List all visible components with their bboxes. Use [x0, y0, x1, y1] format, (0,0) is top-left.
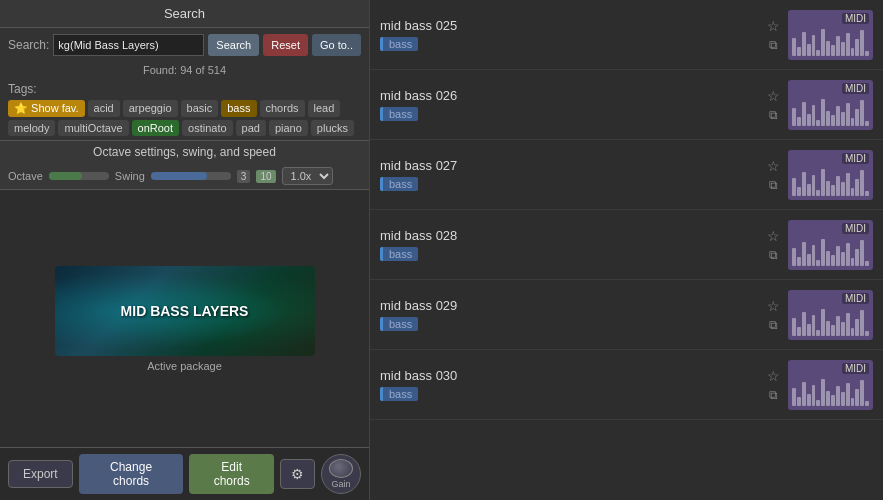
midi-bar [816, 330, 820, 336]
tag-lead[interactable]: lead [308, 100, 341, 117]
midi-bar [841, 112, 845, 126]
midi-bar [797, 117, 801, 126]
track-info: mid bass 026bass [380, 88, 759, 121]
copy-button[interactable]: ⧉ [769, 318, 778, 332]
track-name: mid bass 025 [380, 18, 759, 33]
octave-title: Octave settings, swing, and speed [0, 141, 369, 163]
favorite-button[interactable]: ☆ [767, 298, 780, 314]
track-item: mid bass 030bass☆⧉MIDI [370, 350, 883, 420]
midi-bar [865, 331, 869, 336]
tag-basic[interactable]: basic [181, 100, 219, 117]
tag-multioctave[interactable]: multiOctave [58, 120, 128, 136]
track-actions: ☆⧉ [767, 298, 780, 332]
track-tag: bass [380, 177, 418, 191]
tag-pad[interactable]: pad [236, 120, 266, 136]
midi-bar [846, 243, 850, 266]
copy-button[interactable]: ⧉ [769, 108, 778, 122]
midi-bar [865, 121, 869, 126]
track-item: mid bass 026bass☆⧉MIDI [370, 70, 883, 140]
midi-bar [851, 398, 855, 406]
midi-bar [826, 251, 830, 266]
tag-ostinato[interactable]: ostinato [182, 120, 233, 136]
midi-preview[interactable]: MIDI [788, 290, 873, 340]
speed-select[interactable]: 1.0x 0.5x 2.0x [282, 167, 333, 185]
track-info: mid bass 027bass [380, 158, 759, 191]
midi-bar [802, 312, 806, 336]
midi-preview[interactable]: MIDI [788, 150, 873, 200]
midi-bar [821, 29, 825, 56]
favorite-button[interactable]: ☆ [767, 368, 780, 384]
track-actions: ☆⧉ [767, 158, 780, 192]
edit-chords-button[interactable]: Edit chords [189, 454, 274, 494]
midi-bar [792, 388, 796, 406]
tag-onroot[interactable]: onRoot [132, 120, 179, 136]
tag-arpeggio[interactable]: arpeggio [123, 100, 178, 117]
tag-plucks[interactable]: plucks [311, 120, 354, 136]
midi-bar [816, 260, 820, 266]
tag-show-fav.[interactable]: ⭐ Show fav. [8, 100, 85, 117]
copy-button[interactable]: ⧉ [769, 38, 778, 52]
settings-button[interactable]: ⚙ [280, 459, 315, 489]
midi-bars [792, 236, 869, 266]
favorite-button[interactable]: ☆ [767, 228, 780, 244]
midi-bars [792, 306, 869, 336]
tag-acid[interactable]: acid [88, 100, 120, 117]
midi-bar [797, 47, 801, 56]
octave-controls: Octave Swing 3 10 1.0x 0.5x 2.0x [0, 163, 369, 189]
gain-label: Gain [331, 479, 350, 489]
tag-bass[interactable]: bass [221, 100, 256, 117]
left-panel: Search Search: Search Reset Go to.. Foun… [0, 0, 370, 500]
search-input[interactable] [53, 34, 204, 56]
gain-knob-container[interactable]: Gain [321, 454, 361, 494]
favorite-button[interactable]: ☆ [767, 18, 780, 34]
search-button[interactable]: Search [208, 34, 259, 56]
midi-bar [831, 325, 835, 336]
favorite-button[interactable]: ☆ [767, 88, 780, 104]
midi-bar [802, 172, 806, 196]
package-subtitle: Active package [147, 360, 222, 372]
midi-bar [816, 400, 820, 406]
midi-bar [826, 41, 830, 56]
midi-preview[interactable]: MIDI [788, 80, 873, 130]
midi-bar [821, 239, 825, 266]
midi-bar [860, 240, 864, 266]
midi-bar [802, 382, 806, 406]
swing-slider[interactable] [151, 172, 231, 180]
midi-bar [851, 328, 855, 336]
tag-melody[interactable]: melody [8, 120, 55, 136]
export-button[interactable]: Export [8, 460, 73, 488]
tags-section: Tags: ⭐ Show fav.acidarpeggiobasicbassch… [0, 78, 369, 140]
tag-chords[interactable]: chords [260, 100, 305, 117]
midi-bar [807, 394, 811, 406]
reset-button[interactable]: Reset [263, 34, 308, 56]
copy-button[interactable]: ⧉ [769, 248, 778, 262]
midi-bar [851, 118, 855, 126]
midi-preview[interactable]: MIDI [788, 10, 873, 60]
change-chords-button[interactable]: Change chords [79, 454, 184, 494]
midi-bar [841, 252, 845, 266]
midi-label: MIDI [842, 223, 869, 234]
midi-bar [855, 39, 859, 56]
midi-bar [812, 175, 816, 196]
track-tag: bass [380, 317, 418, 331]
goto-button[interactable]: Go to.. [312, 34, 361, 56]
track-item: mid bass 027bass☆⧉MIDI [370, 140, 883, 210]
copy-button[interactable]: ⧉ [769, 388, 778, 402]
midi-preview[interactable]: MIDI [788, 360, 873, 410]
gain-knob [329, 459, 353, 478]
midi-preview[interactable]: MIDI [788, 220, 873, 270]
midi-bar [846, 313, 850, 336]
copy-button[interactable]: ⧉ [769, 178, 778, 192]
track-name: mid bass 028 [380, 228, 759, 243]
octave-slider[interactable] [49, 172, 109, 180]
midi-bar [792, 248, 796, 266]
midi-bar [860, 310, 864, 336]
midi-label: MIDI [842, 293, 869, 304]
midi-bar [836, 386, 840, 406]
midi-bar [860, 380, 864, 406]
midi-bar [851, 188, 855, 196]
octave-label: Octave [8, 170, 43, 182]
tag-piano[interactable]: piano [269, 120, 308, 136]
midi-bar [816, 50, 820, 56]
favorite-button[interactable]: ☆ [767, 158, 780, 174]
